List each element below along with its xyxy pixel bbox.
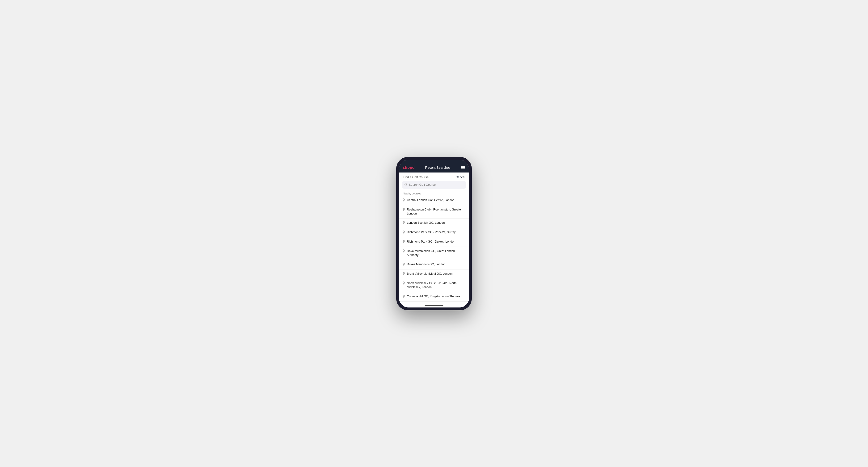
course-name: Roehampton Club - Roehampton, Greater Lo… (407, 208, 466, 216)
course-name: Richmond Park GC - Duke's, London (407, 240, 455, 244)
course-name: Coombe Hill GC, Kingston upon Thames (407, 294, 460, 299)
course-name: Dukes Meadows GC, London (407, 262, 445, 267)
home-indicator (399, 303, 469, 308)
location-pin-icon (402, 272, 405, 276)
course-list-item[interactable]: Brent Valley Municipal GC, London (399, 270, 469, 279)
phone-frame: clippd Recent Searches Find a Golf Cours… (396, 157, 472, 310)
course-list-item[interactable]: Richmond Park GC - Prince's, Surrey (399, 228, 469, 238)
course-list-item[interactable]: Richmond Park GC - Duke's, London (399, 238, 469, 247)
app-logo: clippd (403, 165, 415, 170)
course-name: Brent Valley Municipal GC, London (407, 272, 453, 276)
course-name: London Scottish GC, London (407, 221, 445, 225)
course-name: Royal Wimbledon GC, Great London Authori… (407, 249, 466, 257)
svg-line-1 (406, 185, 407, 185)
location-pin-icon (402, 295, 405, 299)
course-list-item[interactable]: Dukes Meadows GC, London (399, 260, 469, 270)
location-pin-icon (402, 221, 405, 225)
location-pin-icon (402, 282, 405, 286)
nearby-section-label: Nearby courses (399, 191, 469, 196)
nav-bar: clippd Recent Searches (399, 163, 469, 173)
course-name: Central London Golf Centre, London (407, 198, 455, 203)
search-icon (404, 183, 407, 187)
location-pin-icon (402, 208, 405, 212)
find-label: Find a Golf Course (403, 175, 429, 179)
nav-title: Recent Searches (425, 166, 450, 169)
location-pin-icon (402, 249, 405, 254)
search-box (402, 181, 466, 189)
menu-icon[interactable] (461, 166, 465, 169)
search-input[interactable] (409, 183, 464, 186)
course-list-item[interactable]: Roehampton Club - Roehampton, Greater Lo… (399, 205, 469, 219)
content-area: Find a Golf Course Cancel Nearby courses… (399, 173, 469, 303)
phone-screen: clippd Recent Searches Find a Golf Cours… (399, 160, 469, 308)
home-bar (425, 305, 443, 306)
course-name: Richmond Park GC - Prince's, Surrey (407, 230, 456, 235)
location-pin-icon (402, 240, 405, 244)
location-pin-icon (402, 262, 405, 267)
course-list: Central London Golf Centre, London Roeha… (399, 196, 469, 303)
course-list-item[interactable]: Royal Wimbledon GC, Great London Authori… (399, 247, 469, 260)
course-list-item[interactable]: North Middlesex GC (1011942 - North Midd… (399, 279, 469, 292)
find-header: Find a Golf Course Cancel (399, 173, 469, 181)
location-pin-icon (402, 198, 405, 203)
location-pin-icon (402, 230, 405, 235)
course-list-item[interactable]: Coombe Hill GC, Kingston upon Thames (399, 292, 469, 302)
course-list-item[interactable]: Central London Golf Centre, London (399, 196, 469, 205)
course-list-item[interactable]: London Scottish GC, London (399, 219, 469, 228)
status-bar (399, 160, 469, 163)
cancel-button[interactable]: Cancel (456, 175, 465, 179)
course-name: North Middlesex GC (1011942 - North Midd… (407, 281, 466, 289)
